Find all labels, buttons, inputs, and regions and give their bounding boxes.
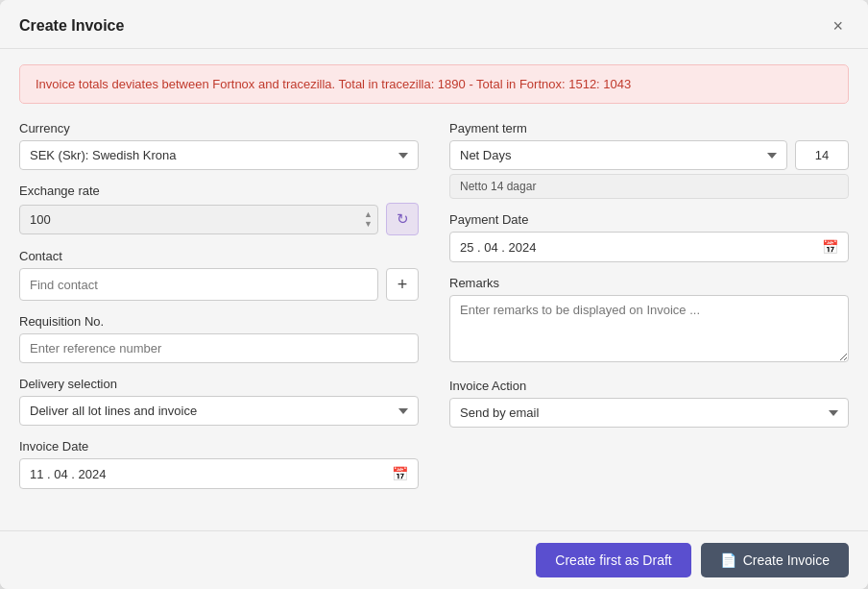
invoice-date-input[interactable]: 11 . 04 . 2024 📅: [19, 458, 419, 489]
payment-days-input[interactable]: [795, 140, 849, 170]
invoice-action-group: Invoice Action Send by emailDo not sendP…: [449, 379, 849, 428]
exchange-rate-spinners: ▲ ▼: [362, 210, 374, 229]
payment-term-group: Payment term Net DaysNet 30Due on receip…: [449, 121, 849, 199]
exchange-rate-label: Exchange rate: [19, 184, 419, 198]
delivery-label: Delivery selection: [19, 377, 419, 391]
create-invoice-icon: 📄: [720, 552, 736, 568]
exchange-rate-input[interactable]: [19, 205, 378, 234]
alert-banner: Invoice totals deviates between Fortnox …: [19, 64, 849, 104]
modal-title: Create Invoice: [19, 17, 124, 35]
invoice-action-label: Invoice Action: [449, 379, 849, 393]
remarks-label: Remarks: [449, 276, 849, 290]
requisition-input[interactable]: [19, 333, 419, 363]
invoice-date-calendar-icon: 📅: [392, 466, 408, 481]
exchange-rate-row: ▲ ▼ ↻: [19, 203, 419, 235]
modal-header: Create Invoice ×: [0, 0, 868, 49]
payment-date-input[interactable]: 25 . 04 . 2024 📅: [449, 232, 849, 262]
delivery-group: Delivery selection Deliver all lot lines…: [19, 377, 419, 426]
modal-footer: Create first as Draft 📄 Create Invoice: [0, 530, 868, 589]
payment-date-calendar-icon: 📅: [822, 239, 838, 255]
contact-row: +: [19, 268, 419, 301]
modal-body: Invoice totals deviates between Fortnox …: [0, 49, 868, 530]
alert-message: Invoice totals deviates between Fortnox …: [36, 77, 631, 91]
exchange-rate-input-wrap: ▲ ▼: [19, 205, 378, 234]
exchange-rate-up[interactable]: ▲: [362, 210, 374, 219]
form-right: Payment term Net DaysNet 30Due on receip…: [449, 121, 849, 503]
form-grid: Currency SEK (Skr): Swedish Krona Exchan…: [19, 121, 849, 503]
plus-icon: +: [398, 275, 408, 295]
payment-date-label: Payment Date: [449, 212, 849, 227]
add-contact-button[interactable]: +: [386, 268, 419, 301]
currency-select[interactable]: SEK (Skr): Swedish Krona: [19, 140, 419, 170]
currency-group: Currency SEK (Skr): Swedish Krona: [19, 121, 419, 170]
payment-term-select[interactable]: Net DaysNet 30Due on receipt: [449, 140, 787, 170]
create-invoice-label: Create Invoice: [743, 552, 830, 568]
invoice-date-value: 11 . 04 . 2024: [30, 467, 107, 481]
refresh-exchange-rate-button[interactable]: ↻: [386, 203, 419, 235]
requisition-group: Requisition No.: [19, 314, 419, 363]
invoice-action-select[interactable]: Send by emailDo not sendPrint: [449, 398, 849, 428]
netto-hint: Netto 14 dagar: [449, 174, 849, 199]
exchange-rate-down[interactable]: ▼: [362, 220, 374, 229]
remarks-textarea[interactable]: [449, 295, 849, 362]
contact-label: Contact: [19, 249, 419, 263]
requisition-label: Requisition No.: [19, 314, 419, 329]
refresh-icon: ↻: [397, 210, 409, 228]
payment-term-row: Net DaysNet 30Due on receipt: [449, 140, 849, 170]
payment-date-value: 25 . 04 . 2024: [460, 240, 537, 255]
invoice-date-label: Invoice Date: [19, 439, 419, 454]
contact-input[interactable]: [19, 268, 378, 301]
create-invoice-button[interactable]: 📄 Create Invoice: [701, 543, 849, 577]
contact-group: Contact +: [19, 249, 419, 301]
payment-date-group: Payment Date 25 . 04 . 2024 📅: [449, 212, 849, 262]
exchange-rate-group: Exchange rate ▲ ▼ ↻: [19, 184, 419, 235]
create-invoice-modal: Create Invoice × Invoice totals deviates…: [0, 0, 868, 589]
currency-label: Currency: [19, 121, 419, 135]
payment-term-label: Payment term: [449, 121, 849, 135]
invoice-date-group: Invoice Date 11 . 04 . 2024 📅: [19, 439, 419, 489]
form-left: Currency SEK (Skr): Swedish Krona Exchan…: [19, 121, 419, 503]
remarks-group: Remarks: [449, 276, 849, 365]
delivery-select[interactable]: Deliver all lot lines and invoiceDo not …: [19, 396, 419, 426]
create-draft-button[interactable]: Create first as Draft: [536, 543, 690, 577]
close-button[interactable]: ×: [827, 15, 849, 37]
